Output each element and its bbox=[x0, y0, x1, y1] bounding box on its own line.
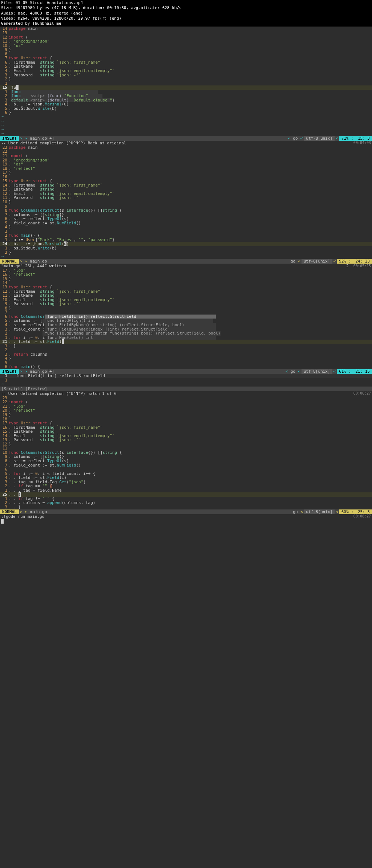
message-line-1: -- User defined completion (^U^N^P) Back… bbox=[0, 141, 372, 145]
mode-indicator: NORMAL bbox=[0, 259, 19, 264]
meta-gen: Generated by Thumbnail me bbox=[1, 21, 371, 26]
mode-indicator: INSERT bbox=[0, 136, 19, 141]
cursor-pos: 21: 15 bbox=[353, 369, 372, 374]
mode-indicator: NORMAL bbox=[0, 509, 19, 514]
video-metadata: File: 01_05-Struct Annotations.mp4 Size:… bbox=[0, 0, 372, 27]
cursor-pos: 25: 3 bbox=[356, 509, 372, 514]
message-line-3: -- User defined completion (^U^N^P) matc… bbox=[0, 391, 372, 396]
preview-signature: func Field(i int) reflect.StructField bbox=[16, 373, 105, 378]
message-line-2: "main.go" 26L, 444C written 2 00:05:15 bbox=[0, 264, 372, 268]
filetype: go bbox=[289, 259, 297, 264]
percent: 92% : bbox=[337, 259, 353, 264]
timestamp: 00:04:03 bbox=[353, 141, 371, 145]
percent: 61% : bbox=[337, 369, 353, 374]
filename: main.go bbox=[28, 259, 289, 264]
editor-frame-2: 23package main 22 21import ( 20. "encodi… bbox=[0, 145, 372, 268]
editor-frame-1: 14package main 13 12import ( 11. "encodi… bbox=[0, 27, 372, 145]
completion-msg: -- User defined completion (^U^N^P) matc… bbox=[1, 391, 117, 396]
statusbar-2: NORMAL>> main.go go< utf-8[unix]< 92% : … bbox=[0, 259, 372, 264]
meta-file: File: 01_05-Struct Annotations.mp4 bbox=[1, 0, 371, 5]
filetype: go bbox=[291, 509, 299, 514]
msg-right: 2 bbox=[346, 264, 349, 268]
completion-item[interactable]: func NumField() int bbox=[47, 336, 216, 340]
encoding: utf-8[unix] bbox=[302, 259, 332, 264]
encoding: utf-8[unix] bbox=[304, 509, 335, 514]
preview-bar: [Scratch] [Preview] bbox=[0, 387, 372, 391]
editor-frame-4: 23 22import ( 21. "log" 20. "reflect" 19… bbox=[0, 396, 372, 524]
statusbar-1: INSERT>> main.go[+] <go< utf-8[unix]< 71… bbox=[0, 136, 372, 141]
editor-frame-3: 17. "log" 16. "reflect" 15) 14 13type Us… bbox=[0, 268, 372, 396]
filename: main.go bbox=[28, 509, 291, 514]
meta-size: Size: 49467989 bytes (47.18 MiB), durati… bbox=[1, 5, 371, 11]
meta-audio: Audio: aac, 48000 Hz, stereo (eng) bbox=[1, 11, 371, 16]
cursor-pos: 15: 3 bbox=[356, 136, 372, 141]
timestamp: 00:05:15 bbox=[353, 264, 371, 268]
filename: main.go[+] bbox=[28, 136, 287, 141]
timestamp: 00:06:27 bbox=[353, 391, 371, 396]
filetype: go bbox=[291, 136, 299, 141]
command-text: :!gode run main.go bbox=[1, 514, 44, 519]
timestamp: 00:08:27 bbox=[353, 514, 371, 519]
statusbar-4: NORMAL>> main.go go< utf-8[unix]< 60% : … bbox=[0, 509, 372, 514]
percent: 60% : bbox=[339, 509, 356, 514]
filetype: go bbox=[289, 369, 297, 374]
completion-item[interactable]: func FieldByName(name string) (reflect.S… bbox=[45, 323, 215, 327]
command-line[interactable]: :!gode run main.go 00:08:27 bbox=[0, 514, 372, 519]
cursor-pos: 24: 23 bbox=[353, 259, 372, 264]
percent: 71% : bbox=[339, 136, 356, 141]
meta-video: Video: h264, yuv420p, 1280x720, 29.97 fp… bbox=[1, 16, 371, 21]
encoding: utf-8[unix] bbox=[304, 136, 335, 141]
encoding: utf-8[unix] bbox=[302, 369, 332, 374]
completion-item[interactable]: func FieldByNameFunc(match func(string) … bbox=[43, 331, 221, 336]
